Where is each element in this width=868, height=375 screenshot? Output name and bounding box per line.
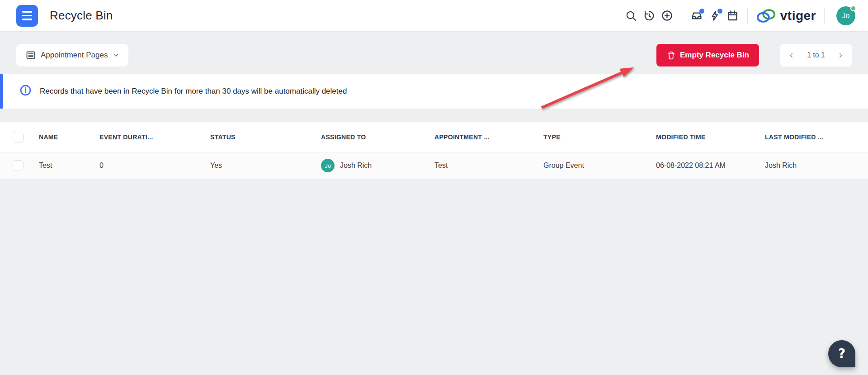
page-title: Recycle Bin [50, 9, 113, 23]
empty-recycle-bin-label: Empty Recycle Bin [680, 51, 749, 60]
hamburger-menu-button[interactable] [16, 5, 38, 27]
history-icon[interactable] [640, 7, 658, 25]
column-header-event-duration[interactable]: EVENT DURATI... [99, 133, 210, 141]
pagination-next-button[interactable] [837, 52, 844, 59]
cell-assigned-to: Jo Josh Rich [321, 159, 434, 172]
module-selector-dropdown[interactable]: Appointment Pages [16, 44, 128, 66]
assigned-avatar: Jo [321, 159, 335, 172]
toolbar: Appointment Pages Empty Recycle Bin 1 to… [0, 44, 868, 66]
trash-icon [666, 51, 676, 60]
column-header-appointment[interactable]: APPOINTMENT ... [434, 133, 543, 141]
chevron-down-icon [112, 52, 119, 59]
info-icon [19, 84, 32, 98]
select-all-checkbox[interactable] [13, 132, 24, 142]
pagination-prev-button[interactable] [788, 52, 795, 59]
cell-status: Yes [210, 161, 321, 170]
info-banner: Records that have been in Recycle Bin fo… [0, 74, 868, 109]
column-header-name[interactable]: NAME [39, 133, 99, 141]
add-record-icon[interactable] [658, 7, 676, 25]
column-header-status[interactable]: STATUS [210, 133, 321, 141]
cell-modified-time: 06-08-2022 08:21 AM [656, 161, 765, 170]
user-avatar[interactable]: Jo [836, 6, 855, 25]
cell-appointment: Test [434, 161, 543, 170]
info-banner-message: Records that have been in Recycle Bin fo… [40, 87, 347, 96]
inbox-notification-dot [699, 9, 704, 14]
table-row[interactable]: Test 0 Yes Jo Josh Rich Test Group Event… [0, 152, 868, 179]
recycle-bin-table: NAME EVENT DURATI... STATUS ASSIGNED TO … [0, 122, 868, 179]
actions-bolt-icon[interactable] [706, 7, 724, 25]
toolbar-right: Empty Recycle Bin 1 to 1 [656, 44, 852, 66]
column-header-modified-time[interactable]: MODIFIED TIME [656, 133, 765, 141]
column-header-type[interactable]: TYPE [543, 133, 656, 141]
help-button[interactable]: ? [828, 340, 855, 367]
cell-name: Test [39, 161, 99, 170]
vtiger-logo[interactable]: vtiger [753, 8, 819, 24]
table-header-row: NAME EVENT DURATI... STATUS ASSIGNED TO … [0, 122, 868, 152]
list-view-icon [25, 50, 36, 61]
divider [682, 8, 682, 24]
pagination-range: 1 to 1 [806, 51, 826, 59]
actions-notification-dot [717, 9, 722, 14]
header-actions: vtiger Jo [622, 6, 855, 25]
cell-last-modified: Josh Rich [765, 161, 868, 170]
vtiger-logo-icon [756, 8, 777, 24]
divider [747, 8, 748, 24]
search-icon[interactable] [622, 7, 640, 25]
cell-type: Group Event [543, 161, 656, 170]
help-question-mark: ? [838, 346, 845, 361]
calendar-icon[interactable] [724, 7, 742, 25]
row-checkbox[interactable] [13, 160, 24, 171]
module-selector-label: Appointment Pages [41, 51, 108, 60]
cell-event-duration: 0 [99, 161, 210, 170]
pagination: 1 to 1 [780, 44, 852, 66]
assigned-name: Josh Rich [340, 161, 372, 170]
app-header: Recycle Bin vtiger [0, 0, 868, 32]
divider [824, 8, 825, 24]
column-header-last-modified[interactable]: LAST MODIFIED ... [765, 133, 868, 141]
inbox-icon[interactable] [688, 7, 706, 25]
presence-dot [850, 5, 856, 11]
vtiger-logo-text: vtiger [780, 9, 816, 23]
empty-recycle-bin-button[interactable]: Empty Recycle Bin [656, 44, 759, 66]
column-header-assigned-to[interactable]: ASSIGNED TO [321, 133, 434, 141]
